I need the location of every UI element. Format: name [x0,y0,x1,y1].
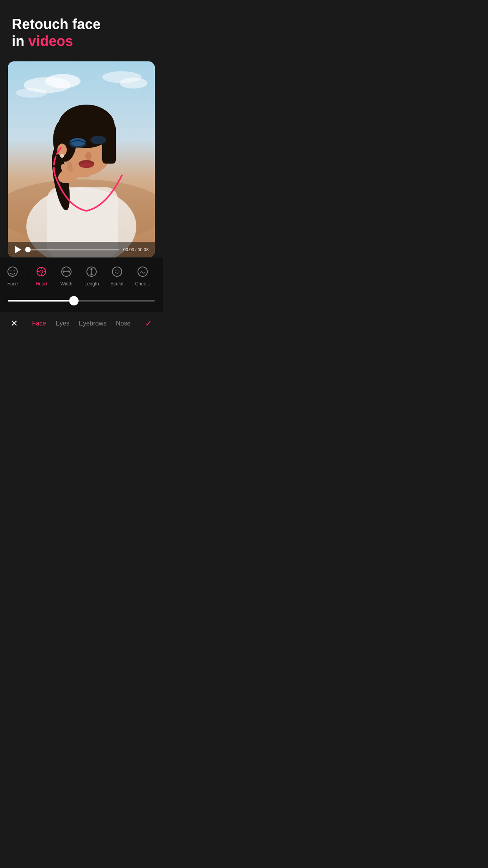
tool-divider-1 [27,267,27,284]
svg-point-27 [60,154,64,158]
confirm-button[interactable]: ✓ [142,317,155,330]
tool-length[interactable]: Length [79,263,105,288]
play-icon [15,246,21,253]
app-page: Retouch face in videos [0,0,163,338]
tool-width[interactable]: Width [54,263,79,288]
time-current: 00:00 [123,247,134,252]
time-display: 00:00 / 00:08 [123,247,149,252]
check-icon: ✓ [145,318,152,329]
tool-cheek[interactable]: Chee... [130,263,156,288]
width-tool-label: Width [61,281,73,287]
head-icon [34,265,48,279]
time-total: 00:08 [138,247,149,252]
slider-area [0,292,163,312]
tab-eyebrows[interactable]: Eyebrows [79,320,106,327]
svg-point-28 [8,267,17,276]
slider-track[interactable] [8,300,155,302]
header-title: Retouch face in videos [12,16,151,50]
header-line1: Retouch face [12,16,101,32]
header-line2-highlight: videos [28,33,73,49]
svg-point-6 [16,88,47,98]
progress-thumb[interactable] [25,247,31,252]
video-frame: 00:00 / 00:08 [8,61,155,257]
face-icon [6,265,20,279]
svg-point-29 [11,270,12,272]
svg-point-19 [85,152,92,160]
slider-fill [8,300,74,302]
tab-face[interactable]: Face [32,320,46,327]
svg-point-41 [112,267,122,276]
header: Retouch face in videos [0,0,163,57]
svg-point-5 [120,78,147,89]
svg-point-43 [138,267,147,276]
svg-point-17 [90,136,106,145]
video-container[interactable]: 00:00 / 00:08 [8,61,155,257]
bottom-nav: ✕ Face Eyes Eyebrows Nose ✓ [0,312,163,338]
tool-face[interactable]: Face [0,263,25,288]
length-tool-label: Length [84,281,99,287]
sculpt-tool-label: Sculpt [110,281,123,287]
cheek-icon [136,265,150,279]
head-tool-label: Head [36,281,47,287]
nav-tabs: Face Eyes Eyebrows Nose [32,320,131,327]
close-button[interactable]: ✕ [8,317,20,330]
sculpt-icon [110,265,124,279]
svg-rect-14 [102,125,116,164]
video-controls: 00:00 / 00:08 [8,242,155,257]
svg-point-21 [79,163,94,168]
tab-eyes[interactable]: Eyes [55,320,70,327]
tool-bar: Face Head [0,257,163,292]
face-tool-label: Face [7,281,18,287]
svg-point-30 [14,270,15,272]
video-content [8,61,155,257]
width-icon [59,265,73,279]
svg-point-32 [40,270,43,273]
tab-nose[interactable]: Nose [116,320,130,327]
length-icon [84,265,99,279]
slider-thumb[interactable] [69,296,79,305]
svg-point-3 [45,74,81,88]
progress-track[interactable] [26,249,119,250]
header-line2-plain: in [12,33,28,49]
play-button[interactable] [14,246,22,254]
tool-sculpt[interactable]: Sculpt [105,263,130,288]
close-icon: ✕ [11,318,18,329]
svg-point-42 [115,270,119,274]
tool-head[interactable]: Head [29,263,54,288]
cheek-tool-label: Chee... [135,281,150,287]
